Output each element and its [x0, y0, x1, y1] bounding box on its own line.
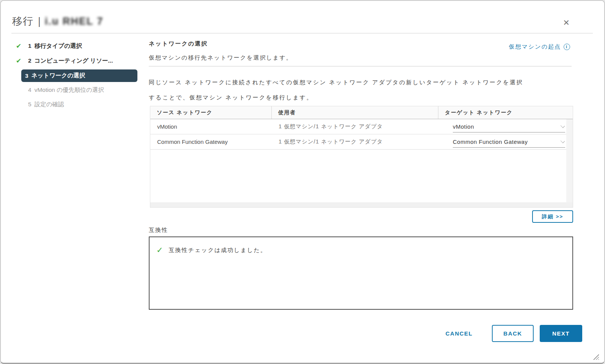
advanced-button[interactable]: 詳細 >> — [532, 210, 573, 223]
back-button[interactable]: BACK — [492, 325, 534, 342]
section-subheading: 仮想マシンの移行先ネットワークを選択します。 — [149, 54, 293, 61]
step-number: 3 — [25, 72, 28, 79]
compatibility-box: ✓ 互換性チェックは成功しました。 — [149, 236, 573, 310]
compatibility-message: ✓ 互換性チェックは成功しました。 — [156, 246, 572, 255]
vm-origin-link-label: 仮想マシンの起点 — [509, 43, 561, 50]
selected-target-network: vMotion — [453, 123, 474, 130]
horizontal-scrollbar[interactable] — [150, 202, 573, 207]
step-label: 移行タイプの選択 — [35, 42, 82, 50]
network-mapping-table: ソース ネットワーク 使用者 ターゲット ネットワーク vMotion 1 仮想… — [150, 106, 573, 208]
column-header-source-network: ソース ネットワーク — [150, 106, 272, 119]
content-divider — [149, 66, 572, 66]
selected-target-network: Common Function Gateway — [453, 139, 528, 145]
chevron-down-icon — [561, 139, 565, 143]
close-icon: ✕ — [563, 18, 570, 27]
step-number: 2 — [28, 57, 32, 64]
table-header-row: ソース ネットワーク 使用者 ターゲット ネットワーク — [150, 106, 573, 119]
table-row: Common Function Gateway 1 仮想マシン/1 ネットワーク… — [150, 134, 573, 150]
wizard-step-2-compute-resource[interactable]: ✔ 2 コンピューティング リソー... — [12, 56, 113, 66]
next-button[interactable]: NEXT — [540, 325, 582, 342]
description-line-1: 同じソース ネットワークに接続されたすべての仮想マシン ネットワーク アダプタの… — [149, 79, 523, 86]
vm-origin-link[interactable]: 仮想マシンの起点 i — [509, 43, 570, 50]
title-prefix: 移行 — [12, 16, 33, 27]
compatibility-label: 互換性 — [149, 227, 168, 234]
step-label: ネットワークの選択 — [32, 72, 85, 80]
section-heading: ネットワークの選択 — [149, 40, 208, 47]
vertical-scrollbar[interactable] — [566, 119, 573, 202]
step-label: 設定の確認 — [35, 101, 64, 109]
page-title: 移行|i.u RHEL 7 — [12, 14, 104, 28]
wizard-step-1-migration-type[interactable]: ✔ 1 移行タイプの選択 — [12, 41, 82, 51]
resize-handle[interactable] — [593, 354, 599, 360]
check-icon: ✔ — [16, 57, 24, 65]
compatibility-message-text: 互換性チェックは成功しました。 — [169, 247, 267, 254]
used-by-cell: 1 仮想マシン/1 ネットワーク アダプタ — [272, 119, 438, 134]
wizard-step-3-select-network[interactable]: 3 ネットワークの選択 — [21, 69, 137, 82]
step-label: コンピューティング リソー... — [35, 57, 113, 65]
header-divider — [11, 33, 593, 33]
step-label: vMotion の優先順位の選択 — [35, 86, 104, 94]
used-by-cell: 1 仮想マシン/1 ネットワーク アダプタ — [272, 134, 438, 149]
check-icon: ✔ — [16, 42, 24, 50]
success-check-icon: ✓ — [156, 246, 164, 255]
source-network-cell: Common Function Gateway — [150, 134, 272, 149]
step-number: 4 — [28, 87, 32, 93]
wizard-step-4-vmotion-priority[interactable]: 4 vMotion の優先順位の選択 — [12, 85, 104, 95]
vm-name-redacted: i.u RHEL 7 — [45, 16, 104, 27]
cancel-button[interactable]: CANCEL — [437, 325, 481, 342]
column-header-target-network: ターゲット ネットワーク — [438, 106, 573, 119]
close-button[interactable]: ✕ — [560, 17, 572, 29]
step-number: 5 — [28, 101, 32, 108]
target-network-select[interactable]: vMotion — [453, 121, 565, 132]
title-separator: | — [38, 16, 41, 27]
wizard-step-5-review[interactable]: 5 設定の確認 — [12, 99, 64, 109]
info-icon[interactable]: i — [564, 44, 570, 50]
table-row: vMotion 1 仮想マシン/1 ネットワーク アダプタ vMotion — [150, 119, 573, 134]
migration-wizard-dialog: 移行|i.u RHEL 7 ✕ ✔ 1 移行タイプの選択 ✔ 2 コンピューティ… — [0, 0, 605, 364]
step-number: 1 — [28, 43, 32, 49]
column-header-used-by: 使用者 — [272, 106, 438, 119]
source-network-cell: vMotion — [150, 119, 272, 134]
chevron-down-icon — [561, 123, 565, 128]
target-network-select[interactable]: Common Function Gateway — [453, 136, 565, 148]
description-line-2: することで、仮想マシン ネットワークを移行します。 — [149, 94, 313, 101]
